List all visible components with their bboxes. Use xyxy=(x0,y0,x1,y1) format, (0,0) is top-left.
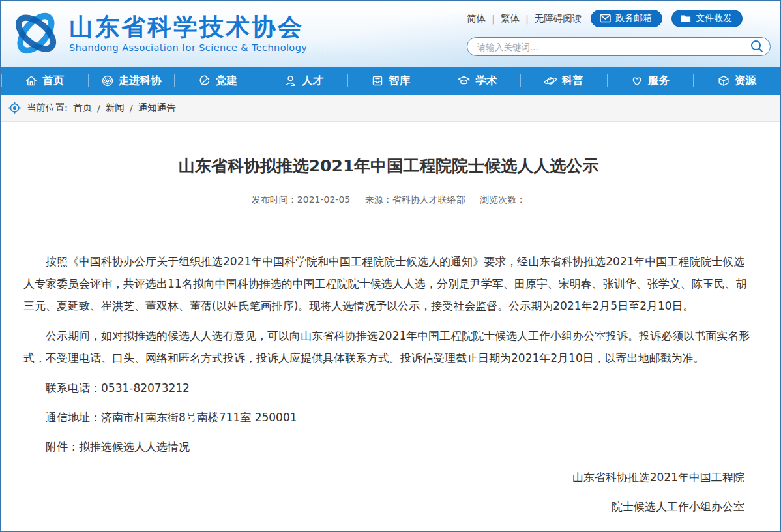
search-input[interactable] xyxy=(467,37,771,56)
signature-line: 院士候选人工作小组办公室 xyxy=(23,497,744,516)
document-icon xyxy=(371,74,384,87)
person-icon xyxy=(284,74,297,87)
article-source: 来源：省科协人才联络部 xyxy=(365,194,465,205)
nav-label: 首页 xyxy=(42,74,64,88)
breadcrumb-item-news[interactable]: 新闻 xyxy=(106,102,125,114)
breadcrumb-label: 当前位置: xyxy=(27,102,68,114)
nav-label: 人才 xyxy=(302,74,323,88)
location-target-icon xyxy=(8,102,21,114)
signature-block: 山东省科协推选2021年中国工程院 院士候选人工作小组办公室 2021年2月5日 xyxy=(23,467,754,532)
divider xyxy=(23,224,754,224)
link-traditional[interactable]: 繁体 xyxy=(501,12,520,25)
cube-icon xyxy=(717,74,730,87)
main-nav: 首页 走进科协 党建 人才 智库 xyxy=(1,67,780,95)
paragraph: 公示期间，如对拟推选的候选人人选有意见，可以向山东省科协推选2021年中国工程院… xyxy=(23,325,754,369)
breadcrumb-separator: / xyxy=(97,103,100,113)
link-separator: | xyxy=(525,14,529,24)
nav-label: 走进科协 xyxy=(119,74,162,88)
heart-icon xyxy=(630,74,643,87)
emblem-icon xyxy=(101,74,114,87)
logo-icon xyxy=(8,7,64,60)
nav-item-party[interactable]: 党建 xyxy=(174,67,261,95)
nav-item-thinktank[interactable]: 智库 xyxy=(347,67,434,95)
nav-label: 党建 xyxy=(216,74,237,88)
nav-item-about[interactable]: 走进科协 xyxy=(88,67,175,95)
page: 山东省科学技术协会 Shandong Association for Scien… xyxy=(0,0,781,532)
site-title: 山东省科学技术协会 xyxy=(69,14,307,41)
file-exchange-label: 文件收发 xyxy=(696,12,732,24)
nav-item-resources[interactable]: 资源 xyxy=(693,67,780,95)
nav-label: 智库 xyxy=(389,74,410,88)
nav-item-science-pop[interactable]: 科普 xyxy=(520,67,607,95)
nav-item-home[interactable]: 首页 xyxy=(1,67,88,95)
contact-phone: 联系电话：0531-82073212 xyxy=(23,377,754,399)
signature-line: 山东省科协推选2021年中国工程院 xyxy=(23,467,744,487)
top-links: 简体 | 繁体 | 无障碍阅读 政务邮箱 文件收发 xyxy=(467,10,771,27)
attachment-link[interactable]: 附件：拟推选候选人人选情况 xyxy=(23,436,754,458)
site-title-english: Shandong Association for Science & Techn… xyxy=(69,42,307,53)
hammer-sickle-icon xyxy=(198,74,211,87)
article-meta: 发布时间：2021-02-05 来源：省科协人才联络部 浏览次数： xyxy=(23,194,754,206)
home-icon xyxy=(25,74,38,87)
nav-label: 学术 xyxy=(475,74,497,88)
nav-label: 服务 xyxy=(648,74,670,88)
search-icon xyxy=(750,39,764,53)
breadcrumb: 当前位置: 首页 / 新闻 / 通知通告 xyxy=(1,95,780,122)
gov-mail-button[interactable]: 政务邮箱 xyxy=(591,10,662,27)
breadcrumb-item-home[interactable]: 首页 xyxy=(73,102,92,114)
article-content: 山东省科协拟推选2021年中国工程院院士候选人人选公示 发布时间：2021-02… xyxy=(1,156,780,532)
breadcrumb-item-notices[interactable]: 通知通告 xyxy=(138,102,176,114)
nav-item-service[interactable]: 服务 xyxy=(607,67,694,95)
link-simplified[interactable]: 简体 xyxy=(467,12,486,25)
link-separator: | xyxy=(492,14,495,24)
file-exchange-button[interactable]: 文件收发 xyxy=(671,10,743,27)
graduation-cap-icon xyxy=(457,74,471,87)
signature-date: 2021年2月5日 xyxy=(23,526,744,532)
nav-item-talent[interactable]: 人才 xyxy=(261,67,347,95)
view-count: 浏览次数： xyxy=(480,194,525,205)
gov-mail-label: 政务邮箱 xyxy=(615,12,652,24)
search-button[interactable] xyxy=(750,39,764,55)
nav-label: 资源 xyxy=(735,74,756,88)
folder-icon xyxy=(681,14,691,23)
contact-address: 通信地址：济南市杆南东街8号南楼711室 250001 xyxy=(23,406,754,428)
nav-label: 科普 xyxy=(562,74,583,88)
nav-item-academic[interactable]: 学术 xyxy=(434,67,520,95)
paragraph: 按照《中国科协办公厅关于组织推选2021年中国科学院和中国工程院院士候选人的通知… xyxy=(23,250,754,317)
publish-date: 发布时间：2021-02-05 xyxy=(252,194,350,205)
link-accessibility[interactable]: 无障碍阅读 xyxy=(535,12,582,25)
brand-text: 山东省科学技术协会 Shandong Association for Scien… xyxy=(69,14,307,53)
mail-icon xyxy=(600,14,611,23)
planet-icon xyxy=(544,74,557,87)
breadcrumb-separator: / xyxy=(130,103,133,113)
search-bar xyxy=(467,37,771,56)
article-body: 按照《中国科协办公厅关于组织推选2021年中国科学院和中国工程院院士候选人的通知… xyxy=(23,250,754,532)
header-right: 简体 | 繁体 | 无障碍阅读 政务邮箱 文件收发 xyxy=(467,10,771,56)
site-header: 山东省科学技术协会 Shandong Association for Scien… xyxy=(1,1,780,67)
article-title: 山东省科协拟推选2021年中国工程院院士候选人人选公示 xyxy=(23,156,754,177)
